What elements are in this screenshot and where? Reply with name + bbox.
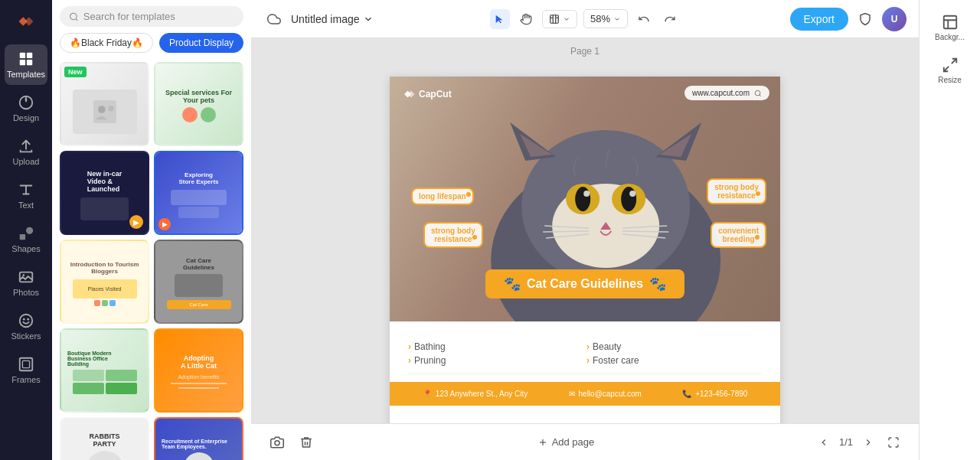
template-item[interactable]: AdoptingA Little Cat Adoption benefits — [154, 328, 243, 413]
bottom-right: 1/1 — [815, 432, 903, 452]
template-item[interactable]: Special services For Your pets — [154, 62, 243, 146]
template-item[interactable]: New — [60, 62, 149, 146]
canvas-page: CapCut www.capcut.com long lifespan stro… — [390, 77, 780, 423]
care-list: Bathing Beauty Pruning Foster care — [408, 334, 762, 374]
phone-icon: 📞 — [682, 390, 691, 398]
template-item[interactable]: New in-carVideo &Launched ▶ — [60, 151, 149, 235]
layout-icon — [549, 14, 560, 24]
sidebar-item-upload[interactable]: Upload — [5, 132, 47, 172]
location-icon: 📍 — [423, 390, 432, 398]
svg-point-12 — [27, 318, 29, 321]
svg-point-7 — [26, 227, 33, 234]
svg-point-10 — [20, 315, 33, 328]
filter-black-friday[interactable]: 🔥Black Friday🔥 — [60, 33, 153, 53]
svg-line-47 — [951, 59, 956, 64]
care-item-bathing: Bathing — [408, 341, 583, 352]
svg-line-36 — [543, 231, 589, 232]
fullscreen-button[interactable] — [884, 432, 903, 452]
search-icon — [69, 11, 79, 22]
svg-line-16 — [76, 18, 77, 20]
search-input[interactable] — [83, 11, 234, 22]
sidebar-item-shapes-label: Shapes — [11, 244, 40, 253]
zoom-level[interactable]: 58% — [583, 9, 628, 28]
sidebar-item-upload-label: Upload — [13, 157, 40, 166]
annotation-long-lifespan[interactable]: long lifespan — [411, 188, 474, 205]
background-icon — [942, 14, 959, 31]
svg-line-48 — [943, 67, 948, 71]
sidebar-item-photos[interactable]: Photos — [5, 263, 47, 303]
zoom-control[interactable] — [542, 10, 577, 28]
svg-point-18 — [98, 106, 106, 113]
sidebar-item-templates-label: Templates — [7, 70, 45, 79]
plus-icon — [537, 437, 548, 448]
sidebar-item-text-label: Text — [18, 201, 34, 210]
sidebar-item-frames[interactable]: Frames — [5, 350, 47, 390]
capcut-logo: CapCut — [402, 87, 452, 101]
annotation-strong-body-2[interactable]: strong bodyresistance — [423, 222, 483, 248]
template-grid: New Special services For Your pets New i… — [52, 59, 251, 460]
paw-icon-right: 🐾 — [649, 276, 666, 292]
svg-point-11 — [23, 318, 25, 321]
email-icon: ✉ — [569, 390, 575, 398]
annotation-strong-body-1[interactable]: strong bodyresistance — [707, 178, 766, 204]
template-item[interactable]: ExploringStore Experts ▶ — [154, 151, 243, 235]
shield-icon-button[interactable] — [854, 8, 876, 30]
sidebar-item-shapes[interactable]: Shapes — [5, 219, 47, 259]
svg-point-30 — [575, 187, 590, 211]
cat-content-area: Bathing Beauty Pruning Foster care 📍 123… — [390, 321, 780, 406]
svg-point-41 — [755, 90, 760, 96]
svg-rect-4 — [27, 60, 32, 65]
svg-point-33 — [629, 191, 635, 197]
delete-button[interactable] — [296, 432, 317, 453]
svg-rect-14 — [22, 360, 29, 367]
template-item[interactable]: Introduction to Tourism Bloggers Places … — [60, 240, 149, 324]
page-indicator: 1/1 — [839, 436, 853, 448]
filter-product-display[interactable]: Product Display — [159, 33, 243, 53]
sidebar-item-frames-label: Frames — [11, 375, 40, 384]
svg-point-31 — [621, 187, 636, 211]
template-item[interactable]: Boutique ModernBusiness OfficeBuilding — [60, 328, 149, 413]
export-button[interactable]: Export — [790, 8, 848, 31]
svg-rect-6 — [20, 234, 25, 240]
resize-button[interactable]: Resize — [923, 51, 977, 90]
sidebar-nav: Templates Design Upload Text Shapes Phot… — [0, 0, 52, 460]
svg-rect-1 — [20, 53, 25, 58]
contact-bar: 📍 123 Anywhere St., Any City ✉ hello@cap… — [390, 382, 780, 406]
annotation-convenient-breeding[interactable]: convenientbreeding — [710, 222, 766, 248]
doc-title[interactable]: Untitled image — [291, 13, 374, 25]
svg-line-39 — [622, 231, 668, 232]
app-logo — [12, 8, 40, 35]
background-button[interactable]: Backgr... — [923, 8, 977, 47]
add-page-button[interactable]: Add page — [530, 432, 603, 452]
care-item-foster: Foster care — [586, 355, 762, 366]
bottom-center: Add page — [530, 432, 603, 452]
bottom-left — [266, 432, 317, 453]
sidebar-item-design[interactable]: Design — [5, 88, 47, 129]
template-item[interactable]: Cat CareGuidelines Cat Care — [154, 240, 243, 324]
template-item[interactable]: RABBITSPARTY 🐰 — [60, 417, 149, 460]
redo-button[interactable] — [660, 9, 680, 29]
chevron-down-icon — [613, 15, 621, 23]
page-label: Page 1 — [570, 46, 599, 57]
hand-tool-button[interactable] — [516, 9, 536, 29]
canvas-viewport: Page 1 — [251, 38, 919, 423]
sidebar-item-text[interactable]: Text — [5, 175, 47, 216]
search-bar — [60, 6, 243, 27]
contact-phone: 📞 +123-456-7890 — [682, 390, 747, 398]
sidebar-item-templates[interactable]: Templates — [5, 44, 47, 85]
next-page-button[interactable] — [859, 433, 877, 452]
undo-button[interactable] — [634, 9, 654, 29]
svg-rect-2 — [27, 53, 32, 58]
prev-page-button[interactable] — [815, 433, 833, 452]
user-avatar[interactable]: U — [882, 7, 906, 31]
save-to-cloud-button[interactable] — [263, 8, 285, 30]
chevron-down-icon — [563, 15, 570, 23]
sidebar-item-design-label: Design — [13, 113, 39, 122]
templates-panel: 🔥Black Friday🔥 Product Display New Speci… — [52, 0, 251, 460]
template-item[interactable]: Recruitment of Enterprise Team Employees… — [154, 417, 243, 460]
select-tool-button[interactable] — [490, 9, 510, 29]
sidebar-item-stickers[interactable]: Stickers — [5, 306, 47, 347]
camera-button[interactable] — [266, 432, 288, 453]
paw-icon-left: 🐾 — [504, 276, 521, 292]
svg-line-42 — [760, 94, 761, 96]
